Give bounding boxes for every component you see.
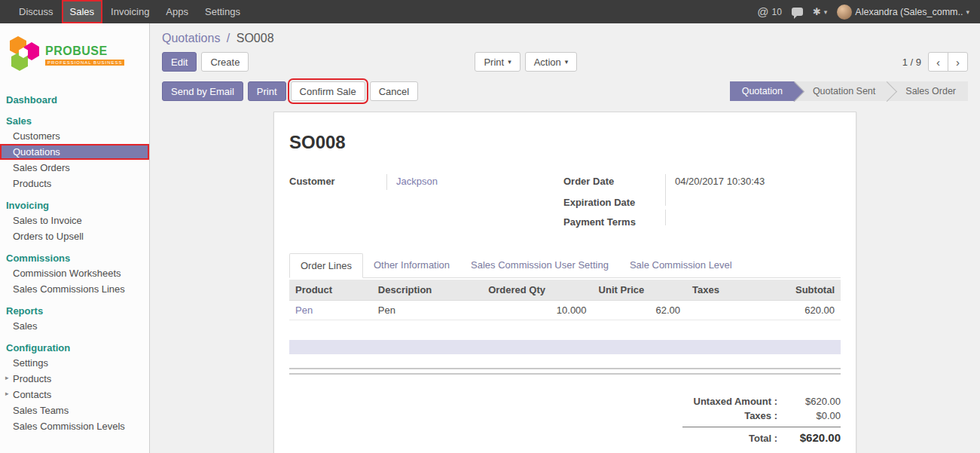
statusbar-step-sales-order[interactable]: Sales Order xyxy=(887,81,968,101)
print-button[interactable]: Print xyxy=(248,81,286,101)
sidebar-item-config-contacts[interactable]: ▸ Contacts xyxy=(0,387,149,402)
action-dropdown[interactable]: Action ▾ xyxy=(525,52,578,72)
sidebar-item-quotations[interactable]: Quotations xyxy=(0,144,149,160)
print-dropdown[interactable]: Print ▾ xyxy=(475,52,520,72)
table-row[interactable]: Pen Pen 10.000 62.00 620.00 xyxy=(289,301,841,320)
avatar xyxy=(837,5,852,20)
logo-icon xyxy=(8,35,41,74)
menu-settings[interactable]: Settings xyxy=(197,0,249,23)
tab-sale-commission-level[interactable]: Sale Commission Level xyxy=(619,253,743,277)
payment-terms-field: Payment Terms xyxy=(563,210,841,229)
field-group-right: Order Date 04/20/2017 10:30:43 Expiratio… xyxy=(563,174,841,229)
payment-terms-value xyxy=(665,210,841,225)
workflow-buttons: Send by Email Print Confirm Sale Cancel xyxy=(162,81,418,101)
sidebar-item-config-products[interactable]: ▸ Products xyxy=(0,371,149,387)
tab-order-lines[interactable]: Order Lines xyxy=(289,253,363,278)
pager-previous-button[interactable]: ‹ xyxy=(928,52,948,72)
sidebar-item-sales-commission-levels[interactable]: Sales Commission Levels xyxy=(0,418,149,434)
cell-subtotal: 620.00 xyxy=(753,301,841,320)
sidebar-item-products[interactable]: Products xyxy=(0,176,149,191)
status-button-row: Send by Email Print Confirm Sale Cancel … xyxy=(150,81,980,101)
sidebar-header-reports[interactable]: Reports xyxy=(0,302,149,318)
empty-line-strip[interactable] xyxy=(289,340,841,354)
sidebar: PROBUSE PROFESSIONAL BUSINESS Dashboard … xyxy=(0,23,150,453)
send-by-email-button[interactable]: Send by Email xyxy=(162,81,243,101)
breadcrumb-current: SO008 xyxy=(237,32,274,44)
cell-unit-price: 62.00 xyxy=(593,301,686,320)
edit-create-buttons: Edit Create xyxy=(162,52,249,72)
messages-count: 10 xyxy=(772,7,782,17)
field-grid: Customer Jackpson Order Date 04/20/2017 … xyxy=(289,174,841,229)
customer-field: Customer Jackpson xyxy=(289,174,563,190)
menu-apps[interactable]: Apps xyxy=(157,0,197,23)
create-button[interactable]: Create xyxy=(201,52,249,72)
sidebar-item-customers[interactable]: Customers xyxy=(0,128,149,144)
breadcrumb: Quotations / SO008 xyxy=(162,32,968,45)
form-sheet: SO008 Customer Jackpson Order Date 04/20… xyxy=(273,112,856,453)
messages-counter[interactable]: @ 10 xyxy=(757,5,782,18)
cell-ordered-qty: 10.000 xyxy=(482,301,592,320)
statusbar-step-quotation-sent[interactable]: Quotation Sent xyxy=(795,81,887,101)
sidebar-item-settings[interactable]: Settings xyxy=(0,355,149,371)
sidebar-header-sales[interactable]: Sales xyxy=(0,112,149,128)
field-group-left: Customer Jackpson xyxy=(289,174,563,229)
pager-next-button[interactable]: › xyxy=(948,52,968,72)
content: Quotations / SO008 Edit Create Print ▾ A… xyxy=(150,23,980,453)
cell-product: Pen xyxy=(289,301,372,320)
chat-button[interactable] xyxy=(792,8,803,16)
sidebar-item-sales-to-invoice[interactable]: Sales to Invoice xyxy=(0,213,149,228)
header-unit-price: Unit Price xyxy=(593,280,686,301)
debug-menu[interactable]: ✱ ▾ xyxy=(813,6,827,17)
at-icon: @ xyxy=(757,5,768,18)
total-divider xyxy=(682,427,841,427)
customer-value[interactable]: Jackpson xyxy=(386,174,563,190)
sidebar-item-sales-orders[interactable]: Sales Orders xyxy=(0,160,149,176)
breadcrumb-separator: / xyxy=(227,32,230,44)
untaxed-amount-row: Untaxed Amount : $620.00 xyxy=(682,394,841,409)
systray: @ 10 ✱ ▾ Alexandra (Sales_comm.. ▾ xyxy=(757,0,980,23)
header-product: Product xyxy=(289,280,372,301)
total-value: $620.00 xyxy=(777,431,841,444)
sidebar-header-dashboard[interactable]: Dashboard xyxy=(0,91,149,107)
sidebar-item-reports-sales[interactable]: Sales xyxy=(0,318,149,334)
cancel-button[interactable]: Cancel xyxy=(370,81,418,101)
untaxed-amount-value: $620.00 xyxy=(777,396,841,407)
total-label: Total : xyxy=(749,433,777,444)
sidebar-item-sales-teams[interactable]: Sales Teams xyxy=(0,402,149,418)
customer-label: Customer xyxy=(289,174,386,188)
header-ordered-qty: Ordered Qty xyxy=(482,280,592,301)
sidebar-item-orders-to-upsell[interactable]: Orders to Upsell xyxy=(0,228,149,244)
sidebar-header-invoicing[interactable]: Invoicing xyxy=(0,197,149,213)
expiration-date-label: Expiration Date xyxy=(563,195,665,210)
payment-terms-label: Payment Terms xyxy=(563,215,665,229)
sidebar-header-commissions[interactable]: Commissions xyxy=(0,249,149,265)
user-menu[interactable]: Alexandra (Sales_comm.. ▾ xyxy=(837,5,969,20)
notebook-tabs: Order Lines Other Information Sales Comm… xyxy=(289,253,841,278)
confirm-sale-button[interactable]: Confirm Sale xyxy=(291,81,365,101)
breadcrumb-quotations[interactable]: Quotations xyxy=(162,32,220,44)
tab-other-information[interactable]: Other Information xyxy=(363,253,460,277)
action-dropdown-label: Action xyxy=(534,57,561,68)
menu-discuss[interactable]: Discuss xyxy=(11,0,62,23)
cell-taxes xyxy=(686,301,753,320)
edit-button[interactable]: Edit xyxy=(162,52,197,72)
menu-sales[interactable]: Sales xyxy=(62,0,103,23)
menu-invoicing[interactable]: Invoicing xyxy=(102,0,157,23)
logo[interactable]: PROBUSE PROFESSIONAL BUSINESS xyxy=(0,23,149,86)
tab-sales-commission-user-setting[interactable]: Sales Commission User Setting xyxy=(460,253,619,277)
header-description: Description xyxy=(372,280,482,301)
topbar: Discuss Sales Invoicing Apps Settings @ … xyxy=(0,0,980,23)
logo-title: PROBUSE xyxy=(45,44,124,58)
sidebar-header-configuration[interactable]: Configuration xyxy=(0,339,149,355)
sidebar-item-sales-commissions-lines[interactable]: Sales Commissions Lines xyxy=(0,281,149,297)
sidebar-item-label: Products xyxy=(13,373,51,384)
cell-description: Pen xyxy=(372,301,482,320)
sidebar-item-commission-worksheets[interactable]: Commission Worksheets xyxy=(0,265,149,281)
order-date-field: Order Date 04/20/2017 10:30:43 xyxy=(563,174,841,190)
statusbar-step-quotation[interactable]: Quotation xyxy=(730,81,795,101)
pager: 1 / 9 ‹ › xyxy=(902,52,968,72)
expand-arrow-icon: ▸ xyxy=(5,374,9,381)
total-row: Total : $620.00 xyxy=(682,430,841,445)
control-panel-row: Edit Create Print ▾ Action ▾ 1 / 9 ‹ xyxy=(162,52,968,72)
expiration-date-value xyxy=(665,190,841,206)
